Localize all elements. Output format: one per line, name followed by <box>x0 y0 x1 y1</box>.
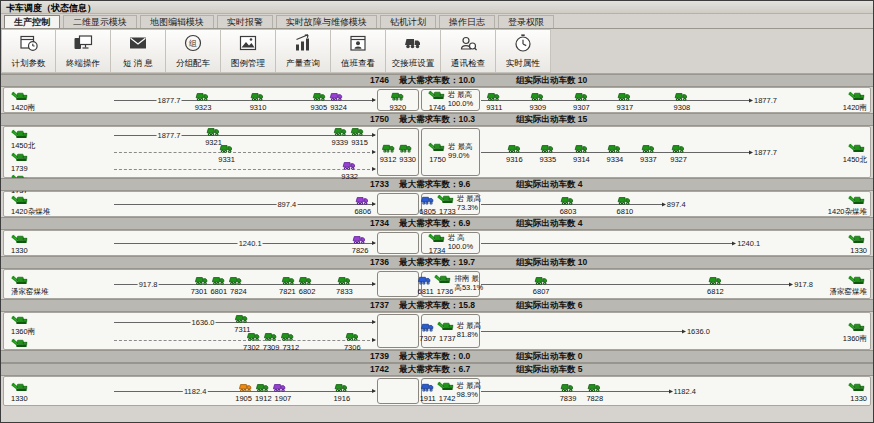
tab-2[interactable]: 二维显示模块 <box>63 15 137 28</box>
dest-1420南[interactable]: 1420南 <box>843 89 867 112</box>
source-1420南[interactable]: 1420南 <box>11 89 114 112</box>
truck-9316[interactable] <box>506 140 522 156</box>
source-1450北[interactable]: 1450北 <box>11 127 114 150</box>
truck-9330[interactable] <box>398 140 414 156</box>
truck-group[interactable]: 9317 <box>617 88 634 112</box>
truck-group[interactable]: 9323 <box>195 88 212 112</box>
truck-9314[interactable] <box>573 140 589 156</box>
toolbar-button-2[interactable]: 终端操作 <box>56 29 111 73</box>
truck-9307[interactable] <box>573 88 589 104</box>
queue-box-1733[interactable] <box>377 193 419 215</box>
truck-6802[interactable] <box>298 272 314 288</box>
shovel-box-1733[interactable]: 68051733岩 最高73.3% <box>421 193 480 215</box>
truck-9331[interactable] <box>219 140 235 156</box>
truck-group[interactable]: 6812 <box>707 272 724 296</box>
tab-6[interactable]: 钻机计划 <box>380 15 436 28</box>
truck-group[interactable]: 9337 <box>640 140 657 164</box>
truck-9308[interactable] <box>674 88 690 104</box>
toolbar-button-8[interactable]: 交接班设置 <box>386 29 441 73</box>
truck-group[interactable]: 6807 <box>533 272 550 296</box>
excavator-1737[interactable] <box>437 319 456 335</box>
dest-1360南[interactable]: 1360南 <box>843 320 867 343</box>
truck-7302[interactable] <box>246 328 262 344</box>
truck-7833[interactable] <box>336 272 352 288</box>
truck-7839[interactable] <box>560 379 576 395</box>
toolbar-button-10[interactable]: 实时属性 <box>496 29 551 73</box>
excavator-1750[interactable] <box>428 140 447 156</box>
truck-group[interactable]: 9334 <box>607 140 624 164</box>
truck-1916[interactable] <box>334 379 350 395</box>
truck-9320[interactable] <box>390 88 406 104</box>
excavator-1736[interactable] <box>434 272 453 288</box>
shovel-box-1734[interactable]: 1734岩 高100.0% <box>421 232 480 254</box>
truck-group[interactable]: 9310 <box>250 88 267 112</box>
shovel-box-1736[interactable]: 68111736排南 最高53.1% <box>421 271 480 297</box>
truck-1911[interactable] <box>420 379 436 395</box>
truck-9327[interactable] <box>671 140 687 156</box>
truck-group[interactable]: 9335 <box>540 140 557 164</box>
source-1420杂煤堆[interactable]: 1420杂煤堆 <box>11 193 114 216</box>
dest-潘家窑煤堆[interactable]: 潘家窑煤堆 <box>830 273 868 296</box>
truck-7826[interactable] <box>352 231 368 247</box>
excavator-1733[interactable] <box>437 192 456 208</box>
truck-6812[interactable] <box>707 272 723 288</box>
dest-1420杂煤堆[interactable]: 1420杂煤堆 <box>828 193 867 216</box>
truck-group[interactable]: 93059324 <box>311 88 347 112</box>
truck-group[interactable]: 9314 <box>573 140 590 164</box>
tab-5[interactable]: 实时故障与维修模块 <box>276 15 377 28</box>
queue-box-1734[interactable] <box>377 232 419 254</box>
truck-9324[interactable] <box>329 88 345 104</box>
dest-1450北[interactable]: 1450北 <box>843 141 867 164</box>
tab-3[interactable]: 地图编辑模块 <box>140 15 214 28</box>
truck-7311[interactable] <box>234 310 250 326</box>
truck-6801[interactable] <box>211 272 227 288</box>
shovel-box-1746[interactable]: 1746岩 最高100.0% <box>421 89 480 111</box>
truck-9332[interactable] <box>342 157 358 173</box>
truck-6807[interactable] <box>533 272 549 288</box>
truck-group[interactable]: 6806 <box>354 192 371 216</box>
truck-group[interactable]: 9327 <box>670 140 687 164</box>
truck-group[interactable]: 7839 <box>560 379 577 403</box>
toolbar-button-7[interactable]: 值班查看 <box>331 29 386 73</box>
truck-7824[interactable] <box>228 272 244 288</box>
truck-group[interactable]: 7833 <box>336 272 353 296</box>
excavator-1746[interactable] <box>428 88 447 104</box>
toolbar-button-6[interactable]: 产量查询 <box>276 29 331 73</box>
queue-box-1737[interactable] <box>377 314 419 348</box>
queue-box-1750[interactable]: 93129330 <box>377 128 419 176</box>
excavator-1742[interactable] <box>437 379 456 395</box>
truck-9335[interactable] <box>540 140 556 156</box>
truck-9315[interactable] <box>350 124 366 140</box>
truck-6811[interactable] <box>417 272 433 288</box>
truck-6803[interactable] <box>560 192 576 208</box>
truck-group[interactable]: 78216802 <box>279 272 315 296</box>
tab-4[interactable]: 实时报警 <box>217 15 273 28</box>
truck-9311[interactable] <box>486 88 502 104</box>
truck-9337[interactable] <box>640 140 656 156</box>
dest-1330[interactable]: 1330 <box>848 232 867 255</box>
truck-9323[interactable] <box>195 88 211 104</box>
truck-group[interactable]: 730273097312 <box>243 328 299 352</box>
truck-1907[interactable] <box>272 379 288 395</box>
truck-7309[interactable] <box>263 328 279 344</box>
truck-group[interactable]: 6810 <box>617 192 634 216</box>
truck-9312[interactable] <box>381 140 397 156</box>
truck-1905[interactable] <box>238 379 254 395</box>
toolbar-button-9[interactable]: 通讯检查 <box>441 29 496 73</box>
shovel-box-1742[interactable]: 19111742岩 最高98.9% <box>421 378 480 404</box>
truck-6810[interactable] <box>617 192 633 208</box>
truck-9309[interactable] <box>530 88 546 104</box>
truck-group[interactable]: 9332 <box>341 157 358 181</box>
truck-7828[interactable] <box>587 379 603 395</box>
truck-group[interactable]: 7828 <box>586 379 603 403</box>
toolbar-button-3[interactable]: 短 消 息 <box>111 29 166 73</box>
truck-6806[interactable] <box>355 192 371 208</box>
toolbar-button-1[interactable]: 计划参数 <box>1 29 56 73</box>
truck-group[interactable]: 9331 <box>218 140 235 164</box>
source-1330[interactable]: 1330 <box>11 232 114 255</box>
truck-group[interactable]: 190519121907 <box>235 379 291 403</box>
truck-group[interactable]: 9309 <box>529 88 546 112</box>
source-1330[interactable]: 1330 <box>11 380 114 403</box>
source-1360南[interactable]: 1360南 <box>11 313 114 336</box>
excavator-1734[interactable] <box>428 231 447 247</box>
